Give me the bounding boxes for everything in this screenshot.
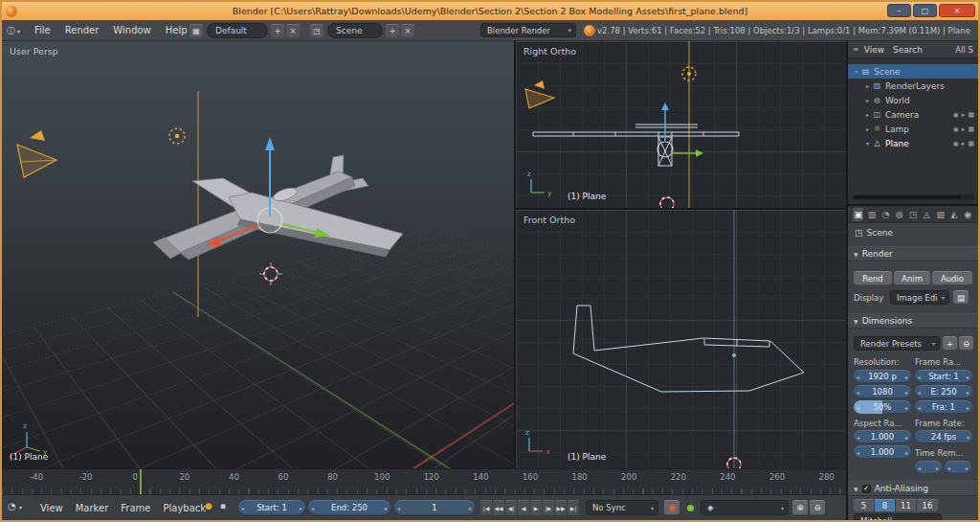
menu-playback[interactable]: Playback [163,503,206,513]
delete-layout-button[interactable]: × [286,24,300,37]
menu-marker[interactable]: Marker [76,503,109,513]
airplane-model[interactable] [153,155,403,260]
selectable-arrow-icon[interactable]: ▸ [962,111,966,119]
3d-cursor[interactable] [660,197,674,208]
viewport-front-ortho[interactable]: Front Ortho (1) Plane z x [516,210,846,468]
selectable-arrow-icon[interactable]: ▸ [962,140,966,148]
resolution-y-field[interactable]: 1080 [854,385,911,398]
current-frame-field[interactable]: 1 [394,500,475,515]
frame-start-field[interactable]: Start: 1 [915,370,972,383]
lamp-object[interactable] [169,91,198,317]
tab-object[interactable]: ◳ [907,208,918,221]
menu-search[interactable]: Search [893,45,923,55]
3d-cursor[interactable] [259,262,282,285]
menu-view[interactable]: View [864,45,884,55]
expand-icon[interactable]: ▾ [852,68,860,75]
insert-keyframe-button[interactable]: ⊕ [792,500,808,515]
aspect-x-field[interactable]: 1.000 [854,430,911,443]
camera-object[interactable] [525,80,554,108]
animation-button[interactable]: Anim [894,271,930,285]
tab-material[interactable]: ◉ [963,208,973,221]
prev-keyframe-button[interactable]: ◀| [505,500,517,515]
editor-type-selector[interactable]: ⓘ ▾ [7,24,20,38]
render-presets-select[interactable]: Render Presets [854,336,940,351]
menu-frame[interactable]: Frame [121,503,150,513]
tab-modifiers[interactable]: ▧ [935,208,946,221]
tab-object-data[interactable]: ◭ [948,208,959,221]
render-button[interactable]: Rend [854,271,892,285]
display-options-button[interactable]: ▤ [953,290,969,305]
scrollbar-thumb[interactable] [854,195,962,199]
resolution-x-field[interactable]: 1920 p [854,370,911,383]
fast-forward-button[interactable]: ▶▶ [555,500,567,515]
preview-range-toggle[interactable]: ● [205,501,212,511]
timeline-playhead[interactable] [140,469,142,494]
jump-to-end-button[interactable]: ▶| [568,500,579,515]
outliner-item-renderlayers[interactable]: ▸▨RenderLayers [848,79,978,93]
expand-icon[interactable]: ▸ [863,82,872,89]
anti-aliasing-checkbox[interactable]: ✓ [862,485,871,493]
tab-constraints[interactable]: ◬ [922,208,932,221]
tab-scene[interactable]: ◔ [880,208,891,221]
next-keyframe-button[interactable]: |▶ [543,500,554,515]
tab-render[interactable]: ▣ [853,208,863,221]
start-frame-field[interactable]: Start: 1 [238,500,305,515]
lock-toggle[interactable]: ▪ [220,501,226,511]
delete-keyframe-button[interactable]: ⊖ [810,500,825,515]
expand-icon[interactable]: ▸ [863,125,872,132]
jump-to-start-button[interactable]: |◀ [480,500,492,515]
expand-icon[interactable]: ▸ [863,97,872,103]
play-reverse-button[interactable]: ◀ [518,500,529,515]
resolution-percentage-slider[interactable]: 50% [854,400,911,414]
airplane-wireframe[interactable] [573,306,804,392]
aa-filter-select[interactable]: Mitchell- [854,513,942,520]
timeline-editor-selector[interactable]: ◔ ▾ [8,501,22,511]
menu-file[interactable]: File [34,25,51,35]
renderable-camera-icon[interactable]: ▦ [968,125,974,133]
render-section-header[interactable]: ▼ Render [848,246,978,261]
time-remap-new-field[interactable] [945,461,971,474]
menu-render[interactable]: Render [65,25,100,35]
visibility-eye-icon[interactable]: ◉ [953,140,959,148]
aa-samples-5-button[interactable]: 5 [854,499,875,511]
renderable-camera-icon[interactable]: ▦ [968,140,974,148]
timeline-ruler[interactable]: -40-200204060801001201401601802002202402… [2,468,846,494]
visibility-eye-icon[interactable]: ◉ [953,111,959,119]
minimize-button[interactable]: – [887,4,911,17]
tab-world[interactable]: ◍ [894,208,904,221]
screen-layout-browse-button[interactable]: ▦ [189,24,203,37]
rewind-button[interactable]: ◀◀ [493,500,504,515]
sync-mode-select[interactable]: No Sync [586,500,658,515]
audio-button[interactable]: Audio [932,271,972,285]
outliner-scrollbar[interactable] [852,194,974,200]
add-preset-button[interactable]: + [943,336,957,351]
scene-browse-button[interactable]: ◳ [310,24,323,37]
viewport-user-persp[interactable]: User Persp (1) Plane [2,41,514,468]
frame-end-field[interactable]: E: 250 [915,385,972,398]
menu-view[interactable]: View [40,503,63,513]
outliner-item-plane[interactable]: ▾△Plane◉▸▦ [848,136,978,150]
outliner-editor-icon[interactable]: ≡ [853,45,859,54]
remove-preset-button[interactable]: ⊖ [959,336,973,351]
display-scope-select[interactable]: All S [955,45,973,55]
aa-samples-8-button[interactable]: 8 [875,499,896,511]
render-engine-select[interactable]: Blender Render [480,23,576,37]
auto-keyframe-button[interactable] [664,500,679,515]
airplane-wireframe[interactable] [533,125,739,166]
camera-object[interactable] [17,130,56,177]
end-frame-field[interactable]: End: 250 [308,500,390,515]
screen-layout-field[interactable]: Default [207,23,268,38]
aspect-y-field[interactable]: 1.000 [854,445,911,459]
frame-step-field[interactable]: Fra: 1 [915,400,972,414]
outliner-item-lamp[interactable]: ▸☼Lamp◉▸▦ [848,122,978,136]
expand-icon[interactable]: ▾ [863,140,872,147]
close-button[interactable]: × [939,4,975,17]
expand-icon[interactable]: ▸ [863,111,872,118]
add-scene-button[interactable]: + [386,24,399,37]
outliner-item-camera[interactable]: ▸◫Camera◉▸▦ [848,107,978,122]
scene-field[interactable]: Scene [327,23,383,38]
menu-help[interactable]: Help [166,25,188,35]
time-remap-old-field[interactable] [915,461,942,474]
selectable-arrow-icon[interactable]: ▸ [962,125,966,133]
title-bar[interactable]: Blender [C:\Users\Rattray\Downloads\Udem… [2,2,978,20]
